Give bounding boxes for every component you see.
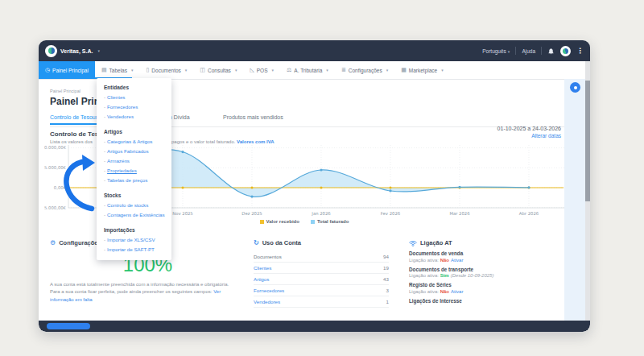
menu-item-propriedades[interactable]: -Propriedades: [104, 166, 164, 176]
at-entry-documentos-de-venda: Documentos de vendaLigação ativa: NãoAti…: [409, 250, 570, 263]
tab-produtos-mais-vendidos[interactable]: Produtos mais vendidos: [223, 114, 283, 123]
usage-label: Documentos: [254, 254, 282, 259]
at-entry-registo-de-series: Registo de SériesLigação ativa: NãoAtiva…: [409, 282, 570, 294]
menu-item-controlo-de-stocks[interactable]: -Controlo de stocks: [104, 201, 164, 210]
app-window: Veritas, S.A. ▾ Português▾ Ajuda ⋮ ◷Pain…: [39, 40, 590, 332]
menu-item-tabelas-de-precos[interactable]: -Tabelas de preços: [104, 176, 164, 185]
chevron-down-icon: ▾: [272, 68, 275, 72]
scrollbar[interactable]: [585, 61, 590, 321]
usage-value: 43: [383, 276, 389, 282]
at-connection-widget: Ligação AT Documentos de vendaLigação at…: [409, 239, 570, 304]
marketplace-grid-icon: ▦: [401, 67, 407, 73]
at-entry-title: Ligações de Interesse: [409, 298, 570, 304]
status-note: (Desde 10-09-2025): [451, 273, 494, 278]
dot-icon: [574, 86, 577, 89]
nav-item-documentos[interactable]: ▯Documentos▾: [139, 61, 193, 79]
usage-label[interactable]: Artigos: [254, 276, 269, 282]
menu-item-importar-de-saft-pt[interactable]: -Importar de SAFT-PT: [104, 245, 164, 255]
usage-row-vendedores[interactable]: Vendedores1: [254, 296, 389, 308]
collapse-panel-button[interactable]: [570, 82, 580, 93]
svg-text:Mar 2026: Mar 2026: [449, 211, 470, 216]
divider: [541, 47, 542, 55]
usage-row-documentos: Documentos94: [254, 251, 389, 263]
help-link[interactable]: Ajuda: [522, 48, 535, 54]
menu-item-importar-de-xls-csv[interactable]: -Importar de XLS/CSV: [104, 235, 164, 245]
annotation-arrow: [56, 149, 105, 215]
config-widget-title: Configurações: [59, 239, 101, 246]
user-avatar[interactable]: [560, 46, 571, 56]
nav-item-label: Tabelas: [109, 68, 127, 73]
at-entry-status: Ligação ativa: NãoAtivar: [409, 258, 570, 263]
svg-text:Abr 2026: Abr 2026: [519, 211, 539, 216]
nav-item-label: POS: [257, 68, 268, 73]
chevron-down-icon: ▾: [326, 68, 328, 72]
activate-link[interactable]: Ativar: [451, 289, 463, 294]
footer-chat-button[interactable]: [47, 323, 90, 329]
nav-item-pos[interactable]: ◺POS▾: [243, 61, 280, 79]
activate-link[interactable]: Ativar: [451, 258, 463, 263]
gear-icon: ⚙: [50, 239, 56, 246]
chevron-down-icon: ▾: [508, 49, 510, 54]
menu-item-categorias-artigos[interactable]: -Categorias & Artigos: [104, 137, 164, 147]
settings-sliders-icon: ≣: [341, 67, 346, 73]
usage-row-artigos[interactable]: Artigos43: [254, 274, 389, 285]
at-entry-ligacoes-de-interesse: Ligações de Interesse: [409, 298, 570, 304]
scrollbar-thumb[interactable]: [585, 81, 590, 201]
legend-swatch-icon: [260, 220, 264, 224]
nav-item-label: Painel Principal: [52, 68, 89, 73]
at-widget-title: Ligação AT: [420, 239, 452, 246]
notifications-bell-icon[interactable]: [547, 48, 555, 55]
arrowhead-icon: [82, 155, 95, 171]
legend-item-valor-recebido: Valor recebido: [260, 219, 299, 224]
tables-icon: ▤: [101, 67, 107, 73]
usage-value: 19: [383, 265, 389, 271]
nav-item-marketplace[interactable]: ▦Marketplace▾: [394, 61, 450, 79]
company-switcher[interactable]: Veritas, S.A. ▾: [45, 45, 100, 57]
menu-item-fornecedores[interactable]: -Fornecedores: [104, 102, 164, 112]
nav-item-consultas[interactable]: ◫Consultas▾: [193, 61, 243, 79]
logo-emblem-icon: [48, 48, 55, 54]
menu-section-entidades: Entidades: [104, 85, 164, 90]
nav-item-tabelas[interactable]: ▤Tabelas▾: [95, 61, 140, 79]
language-selector[interactable]: Português▾: [482, 48, 510, 54]
nav-item-label: Marketplace: [409, 68, 437, 73]
usage-label[interactable]: Vendedores: [254, 299, 280, 304]
usage-row-clientes[interactable]: Clientes19: [254, 263, 389, 274]
menu-section-artigos: Artigos: [104, 129, 164, 135]
reports-icon: ◫: [200, 67, 205, 73]
at-entry-status: Ligação ativa: Sim(Desde 10-09-2025): [409, 273, 570, 278]
usage-widget: ↻Uso da Conta Documentos94Clientes19Arti…: [254, 239, 389, 308]
menu-item-artigos-fabricados[interactable]: -Artigos Fabricados: [104, 147, 164, 156]
usage-row-fornecedores[interactable]: Fornecedores3: [254, 285, 389, 296]
menu-item-armazens[interactable]: -Armazéns: [104, 156, 164, 166]
menu-item-vendedores[interactable]: -Vendedores: [104, 112, 164, 122]
usage-label[interactable]: Fornecedores: [254, 288, 284, 293]
breadcrumb[interactable]: Painel Principal: [50, 89, 80, 93]
usage-value: 3: [386, 288, 389, 293]
nav-item-painel-principal[interactable]: ◷Painel Principal: [39, 61, 95, 79]
nav-item-a-tributaria[interactable]: ⚖A. Tributária▾: [280, 61, 335, 79]
wifi-icon: [409, 240, 417, 246]
document-icon: ▯: [146, 67, 149, 73]
tax-authority-icon: ⚖: [287, 67, 291, 73]
right-panel-strip: [564, 79, 585, 321]
svg-text:Dez 2025: Dez 2025: [242, 211, 262, 216]
usage-label[interactable]: Clientes: [254, 265, 271, 271]
refresh-circle-icon: ↻: [254, 239, 259, 246]
screenshot-stage: Veritas, S.A. ▾ Português▾ Ajuda ⋮ ◷Pain…: [0, 0, 644, 356]
change-dates-link[interactable]: Alterar datas: [497, 133, 561, 139]
menu-item-clientes[interactable]: -Clientes: [104, 93, 164, 102]
company-name: Veritas, S.A.: [60, 48, 93, 54]
menu-item-contagens-de-existencias[interactable]: -Contagens de Existências: [104, 210, 164, 220]
nav-item-configuracoes[interactable]: ≣Configurações▾: [335, 61, 394, 79]
kebab-menu-icon[interactable]: ⋮: [576, 47, 584, 55]
nav-item-label: A. Tributária: [294, 68, 322, 73]
nav-item-label: Documentos: [151, 68, 181, 73]
usage-value: 94: [383, 254, 389, 259]
top-bar: Veritas, S.A. ▾ Português▾ Ajuda ⋮: [39, 40, 590, 61]
at-entry-title: Documentos de venda: [409, 250, 570, 256]
at-entry-title: Documentos de transporte: [409, 267, 570, 272]
config-widget-text: A sua conta está totalmente preenchida c…: [50, 281, 246, 304]
at-entry-documentos-de-transporte: Documentos de transporteLigação ativa: S…: [409, 267, 570, 279]
status-value: Não: [440, 258, 449, 263]
